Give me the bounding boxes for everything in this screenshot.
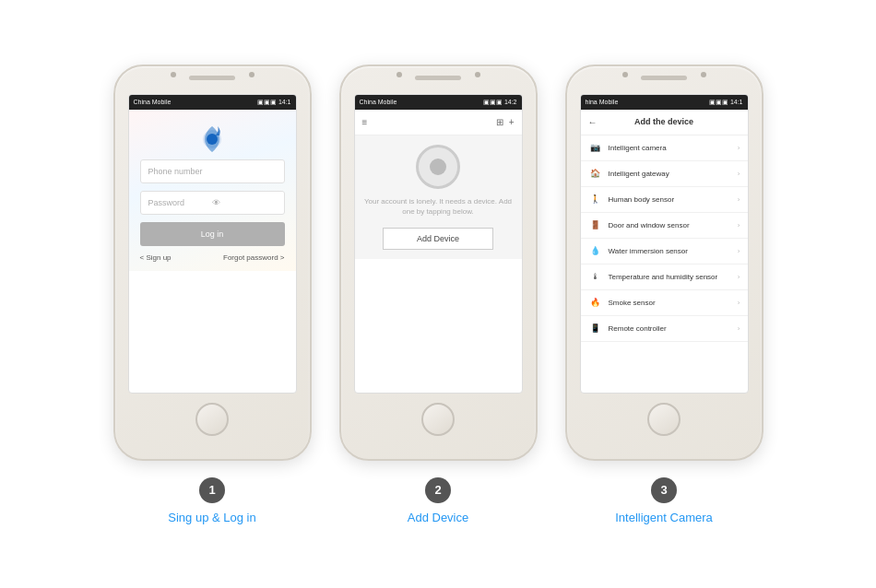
step-1-circle: 1	[199, 477, 225, 503]
body-sensor-label: Human body sensor	[609, 195, 738, 204]
water-sensor-arrow: ›	[738, 247, 740, 255]
password-placeholder: Password	[148, 198, 213, 207]
carrier-2: China Mobile	[360, 99, 397, 105]
forgot-link[interactable]: Forgot password >	[223, 253, 284, 262]
remote-label: Remote controller	[609, 324, 738, 333]
smoke-sensor-arrow: ›	[738, 299, 740, 307]
device-item-remote[interactable]: 📱 Remote controller ›	[581, 316, 748, 342]
grid-icon[interactable]: ⊞	[496, 117, 503, 127]
gateway-label: Intelligent gateway	[609, 170, 738, 178]
phone-number-placeholder: Phone number	[148, 167, 277, 176]
phone-dot-right-2	[475, 72, 480, 77]
phone-1: China Mobile ▣▣▣ 14:1 Phone number	[113, 65, 312, 461]
step-3-number: 3	[660, 483, 667, 497]
toolbar-right-icons: ⊞ +	[496, 117, 515, 127]
device-item-water-sensor[interactable]: 💧 Water immersion sensor ›	[581, 239, 748, 265]
step-1-number: 1	[208, 483, 215, 497]
phone-dot-right-1	[249, 72, 255, 77]
status-bar-3: hina Mobile ▣▣▣ 14:1	[581, 95, 748, 110]
step-1-text: Sing up & Log in	[168, 511, 255, 524]
phone-dot-left-3	[622, 72, 628, 77]
empty-device-icon	[416, 145, 460, 189]
step-1-label: 1 Sing up & Log in	[113, 477, 312, 524]
step-2-number: 2	[434, 483, 441, 497]
phones-row: China Mobile ▣▣▣ 14:1 Phone number	[113, 65, 764, 461]
add-icon[interactable]: +	[509, 117, 515, 127]
step-2-label: 2 Add Device	[339, 477, 538, 524]
step-3-label: 3 Intelligent Camera	[565, 477, 764, 524]
screen2-content: ≡ ⊞ + Your account is lonely. It needs a…	[355, 110, 522, 259]
carrier-3: hina Mobile	[586, 99, 619, 105]
add-device-label: Add Device	[417, 234, 459, 243]
status-bar-1: China Mobile ▣▣▣ 14:1	[129, 95, 296, 110]
app-logo	[192, 119, 232, 159]
login-button[interactable]: Log in	[140, 222, 285, 246]
signup-link[interactable]: < Sign up	[140, 253, 172, 262]
smoke-sensor-label: Smoke sensor	[609, 299, 738, 307]
login-links: < Sign up Forgot password >	[140, 253, 285, 262]
home-button-1[interactable]	[195, 403, 229, 436]
camera-arrow: ›	[738, 144, 740, 152]
smoke-sensor-icon: 🔥	[588, 295, 603, 310]
empty-device-text: Your account is lonely. It needs a devic…	[364, 196, 513, 217]
device-header: ← Add the device	[581, 110, 748, 135]
phone-screen-2: China Mobile ▣▣▣ 14:2 ≡ ⊞ + Your account…	[354, 94, 523, 394]
phone-dot-right-3	[701, 72, 706, 77]
device-item-gateway[interactable]: 🏠 Intelligent gateway ›	[581, 161, 748, 187]
step-3-circle: 3	[651, 477, 677, 503]
back-arrow-icon[interactable]: ←	[588, 117, 598, 127]
device-item-smoke-sensor[interactable]: 🔥 Smoke sensor ›	[581, 290, 748, 316]
phone-3: hina Mobile ▣▣▣ 14:1 ← Add the device 📷 …	[565, 65, 764, 461]
temp-sensor-label: Temperature and humidity sensor	[609, 273, 738, 281]
temp-sensor-arrow: ›	[738, 273, 740, 281]
water-sensor-icon: 💧	[588, 243, 603, 258]
status-bar-2: China Mobile ▣▣▣ 14:2	[355, 95, 522, 110]
carrier-1: China Mobile	[134, 99, 172, 105]
device-item-door-sensor[interactable]: 🚪 Door and window sensor ›	[581, 213, 748, 239]
temp-sensor-icon: 🌡	[588, 269, 603, 284]
home-button-3[interactable]	[647, 403, 681, 436]
phone-dot-left-2	[397, 72, 402, 77]
phone-dot-left-1	[171, 72, 176, 77]
phone-screen-1: China Mobile ▣▣▣ 14:1 Phone number	[128, 94, 297, 394]
step-2-circle: 2	[425, 477, 451, 503]
eye-icon[interactable]: 👁	[212, 198, 277, 207]
add-device-button[interactable]: Add Device	[383, 228, 493, 250]
door-sensor-icon: 🚪	[588, 218, 603, 232]
status-icons-2: ▣▣▣ 14:2	[483, 99, 517, 106]
device-header-title: Add the device	[634, 117, 693, 126]
phone-number-input[interactable]: Phone number	[140, 159, 285, 183]
camera-label: Intelligent camera	[609, 144, 738, 152]
door-sensor-arrow: ›	[738, 221, 740, 229]
remote-icon: 📱	[588, 321, 603, 335]
app-toolbar: ≡ ⊞ +	[355, 110, 522, 135]
password-input[interactable]: Password 👁	[140, 191, 285, 215]
body-sensor-arrow: ›	[738, 195, 740, 204]
door-sensor-label: Door and window sensor	[609, 221, 738, 229]
phone-2: China Mobile ▣▣▣ 14:2 ≡ ⊞ + Your account…	[339, 65, 538, 461]
body-sensor-icon: 🚶	[588, 192, 603, 206]
remote-arrow: ›	[738, 324, 740, 333]
screen3-content: ← Add the device 📷 Intelligent camera › …	[581, 110, 748, 342]
home-button-2[interactable]	[421, 403, 455, 436]
step-3-text: Intelligent Camera	[615, 511, 713, 524]
device-item-temp-sensor[interactable]: 🌡 Temperature and humidity sensor ›	[581, 265, 748, 290]
camera-icon: 📷	[588, 140, 603, 155]
device-item-body-sensor[interactable]: 🚶 Human body sensor ›	[581, 187, 748, 213]
login-label: Log in	[201, 229, 224, 239]
status-icons-1: ▣▣▣ 14:1	[257, 99, 291, 106]
device-item-camera[interactable]: 📷 Intelligent camera ›	[581, 135, 748, 161]
water-sensor-label: Water immersion sensor	[609, 247, 738, 255]
gateway-icon: 🏠	[588, 166, 603, 181]
labels-row: 1 Sing up & Log in 2 Add Device 3 Intell…	[113, 477, 764, 524]
status-icons-3: ▣▣▣ 14:1	[709, 99, 743, 106]
gateway-arrow: ›	[738, 170, 740, 178]
step-2-text: Add Device	[408, 511, 468, 524]
device-list: 📷 Intelligent camera › 🏠 Intelligent gat…	[581, 135, 748, 342]
phone-screen-3: hina Mobile ▣▣▣ 14:1 ← Add the device 📷 …	[580, 94, 749, 394]
menu-icon[interactable]: ≡	[362, 117, 368, 127]
empty-device-area: Your account is lonely. It needs a devic…	[355, 135, 522, 259]
screen1-content: Phone number Password 👁 Log in < Sign up…	[129, 110, 296, 271]
